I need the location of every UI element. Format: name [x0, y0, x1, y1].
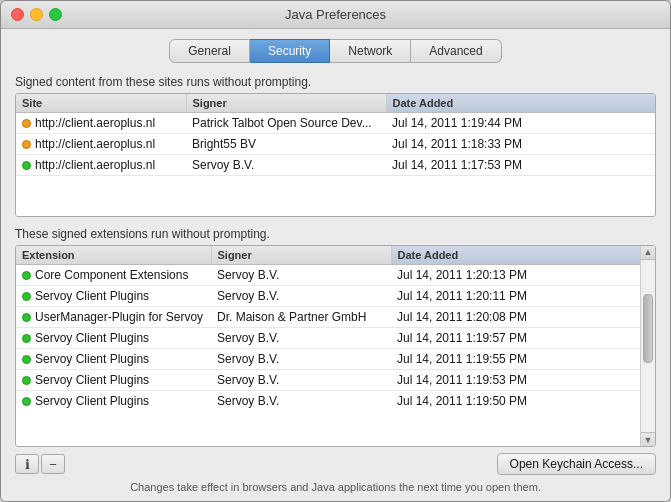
signer-cell: Bright55 BV [186, 134, 386, 155]
status-dot [22, 397, 31, 406]
signer-cell: Servoy B.V. [211, 285, 391, 306]
date-cell: Jul 14, 2011 1:17:53 PM [386, 155, 655, 176]
extension-cell: Servoy Client Plugins [16, 390, 211, 411]
bottom-bar: ℹ − Open Keychain Access... [15, 453, 656, 475]
extension-cell: Servoy Client Plugins [16, 285, 211, 306]
extensions-table-inner: Extension Signer Date Added Core Compone… [16, 246, 640, 447]
date-cell: Jul 14, 2011 1:19:44 PM [386, 113, 655, 134]
status-dot [22, 334, 31, 343]
status-dot [22, 119, 31, 128]
tab-general[interactable]: General [169, 39, 250, 63]
tab-network[interactable]: Network [330, 39, 411, 63]
signer-cell: Dr. Maison & Partner GmbH [211, 306, 391, 327]
close-button[interactable] [11, 8, 24, 21]
extension-cell: UserManager-Plugin for Servoy [16, 306, 211, 327]
table-row: Servoy Client Plugins Servoy B.V. Jul 14… [16, 369, 640, 390]
col-date-added[interactable]: Date Added [391, 246, 640, 265]
scrollbar[interactable]: ▲ ▼ [640, 246, 655, 447]
col-signer[interactable]: Signer [211, 246, 391, 265]
site-cell: http://client.aeroplus.nl [16, 155, 186, 176]
remove-button[interactable]: − [41, 454, 65, 474]
table-row: http://client.aeroplus.nl Patrick Talbot… [16, 113, 655, 134]
signed-extensions-table: Extension Signer Date Added Core Compone… [16, 246, 640, 411]
signer-cell: Patrick Talbot Open Source Dev... [186, 113, 386, 134]
col-date-added[interactable]: Date Added [386, 94, 655, 113]
signer-cell: Servoy B.V. [186, 155, 386, 176]
site-cell: http://client.aeroplus.nl [16, 113, 186, 134]
col-extension[interactable]: Extension [16, 246, 211, 265]
table-row: http://client.aeroplus.nl Bright55 BV Ju… [16, 134, 655, 155]
scroll-down-button[interactable]: ▼ [641, 432, 655, 446]
col-signer[interactable]: Signer [186, 94, 386, 113]
content-area: General Security Network Advanced Signed… [1, 29, 670, 501]
date-cell: Jul 14, 2011 1:18:33 PM [386, 134, 655, 155]
status-dot [22, 355, 31, 364]
info-button[interactable]: ℹ [15, 454, 39, 474]
signed-extensions-table-container: Extension Signer Date Added Core Compone… [15, 245, 656, 448]
col-site[interactable]: Site [16, 94, 186, 113]
status-dot [22, 140, 31, 149]
status-dot [22, 161, 31, 170]
window-title: Java Preferences [285, 7, 386, 22]
table-row: UserManager-Plugin for Servoy Dr. Maison… [16, 306, 640, 327]
window-controls[interactable] [11, 8, 62, 21]
tab-advanced[interactable]: Advanced [411, 39, 501, 63]
table-row: http://client.aeroplus.nl Servoy B.V. Ju… [16, 155, 655, 176]
signer-cell: Servoy B.V. [211, 369, 391, 390]
table-row: Servoy Client Plugins Servoy B.V. Jul 14… [16, 285, 640, 306]
table-row: Servoy Client Plugins Servoy B.V. Jul 14… [16, 327, 640, 348]
date-cell: Jul 14, 2011 1:19:53 PM [391, 369, 640, 390]
signed-content-label: Signed content from these sites runs wit… [15, 75, 656, 89]
table-row: Servoy Client Plugins Servoy B.V. Jul 14… [16, 348, 640, 369]
date-cell: Jul 14, 2011 1:20:08 PM [391, 306, 640, 327]
footer-note: Changes take effect in browsers and Java… [15, 481, 656, 493]
extension-cell: Servoy Client Plugins [16, 348, 211, 369]
status-dot [22, 313, 31, 322]
keychain-access-button[interactable]: Open Keychain Access... [497, 453, 656, 475]
title-bar: Java Preferences [1, 1, 670, 29]
scroll-thumb[interactable] [643, 294, 653, 363]
status-dot [22, 271, 31, 280]
minimize-button[interactable] [30, 8, 43, 21]
status-dot [22, 292, 31, 301]
signed-content-table: Site Signer Date Added http://client.aer… [16, 94, 655, 216]
date-cell: Jul 14, 2011 1:19:57 PM [391, 327, 640, 348]
site-cell: http://client.aeroplus.nl [16, 134, 186, 155]
maximize-button[interactable] [49, 8, 62, 21]
icon-button-group: ℹ − [15, 454, 65, 474]
date-cell: Jul 14, 2011 1:19:55 PM [391, 348, 640, 369]
signer-cell: Servoy B.V. [211, 390, 391, 411]
main-window: Java Preferences General Security Networ… [0, 0, 671, 502]
date-cell: Jul 14, 2011 1:20:13 PM [391, 264, 640, 285]
tab-security[interactable]: Security [250, 39, 330, 63]
scroll-track[interactable] [641, 260, 655, 433]
signer-cell: Servoy B.V. [211, 327, 391, 348]
table-row: Core Component Extensions Servoy B.V. Ju… [16, 264, 640, 285]
signer-cell: Servoy B.V. [211, 348, 391, 369]
date-cell: Jul 14, 2011 1:19:50 PM [391, 390, 640, 411]
scroll-up-button[interactable]: ▲ [641, 246, 655, 260]
table-row: Servoy Client Plugins Servoy B.V. Jul 14… [16, 390, 640, 411]
date-cell: Jul 14, 2011 1:20:11 PM [391, 285, 640, 306]
tab-bar: General Security Network Advanced [15, 39, 656, 63]
signed-content-table-container: Site Signer Date Added http://client.aer… [15, 93, 656, 217]
status-dot [22, 376, 31, 385]
extension-cell: Core Component Extensions [16, 264, 211, 285]
signed-extensions-label: These signed extensions run without prom… [15, 227, 656, 241]
empty-row [16, 176, 655, 216]
signer-cell: Servoy B.V. [211, 264, 391, 285]
extension-cell: Servoy Client Plugins [16, 369, 211, 390]
extension-cell: Servoy Client Plugins [16, 327, 211, 348]
